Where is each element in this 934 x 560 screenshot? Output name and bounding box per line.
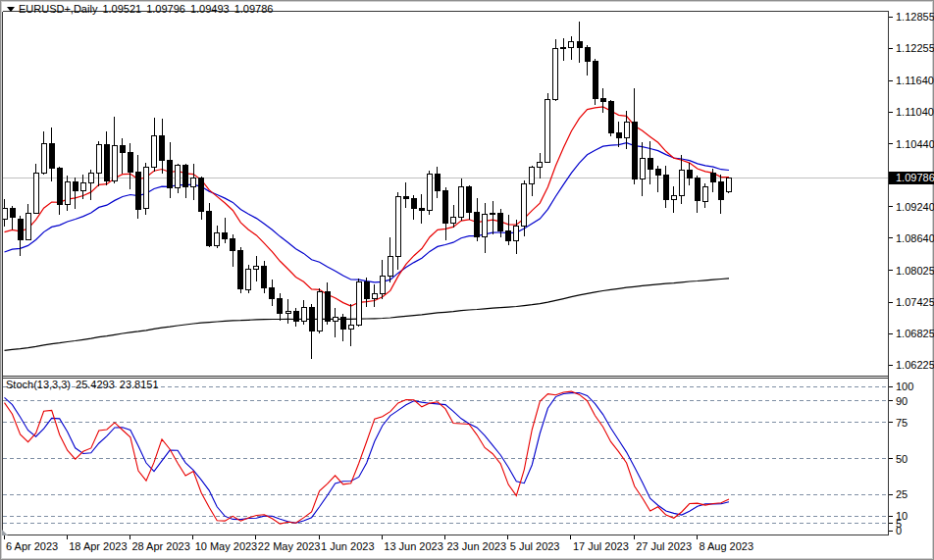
svg-text:1.08025: 1.08025	[896, 265, 934, 277]
svg-text:25: 25	[896, 488, 908, 500]
stoch-signal-line[interactable]	[5, 393, 730, 524]
svg-text:22 May 2023: 22 May 2023	[258, 540, 321, 552]
svg-text:27 Jul 2023: 27 Jul 2023	[636, 540, 692, 552]
svg-text:1 Jun 2023: 1 Jun 2023	[321, 540, 374, 552]
time-axis[interactable]: 6 Apr 202318 Apr 202328 Apr 202310 May 2…	[4, 535, 753, 552]
svg-text:100: 100	[896, 381, 913, 392]
indicator-signal-value: 23.8151	[120, 379, 159, 390]
svg-text:75: 75	[896, 417, 908, 429]
svg-text:1.10440: 1.10440	[896, 138, 934, 150]
price-axis[interactable]: 1.128551.122551.116401.110401.104401.092…	[889, 11, 934, 371]
svg-text:1.06225: 1.06225	[896, 359, 934, 371]
svg-text:23 Jun 2023: 23 Jun 2023	[447, 540, 507, 552]
pane-resize-grip-icon[interactable]	[2, 530, 8, 535]
svg-text:1.12855: 1.12855	[896, 11, 934, 23]
svg-text:5 Jul 2023: 5 Jul 2023	[510, 540, 560, 552]
ohlc-high: 1.09796	[146, 3, 185, 15]
svg-text:8 Aug 2023: 8 Aug 2023	[699, 540, 753, 552]
svg-text:90: 90	[896, 395, 908, 407]
svg-text:13 Jun 2023: 13 Jun 2023	[384, 540, 443, 552]
symbol-dropdown-icon[interactable]	[7, 7, 15, 12]
svg-text:1.07425: 1.07425	[896, 296, 934, 308]
symbol-timeframe-label: EURUSD+,Daily	[19, 3, 97, 15]
ohlc-close: 1.09786	[234, 3, 274, 15]
svg-text:10 May 2023: 10 May 2023	[195, 540, 258, 552]
current-price-badge: 1.09786	[889, 172, 934, 184]
indicator-label: Stoch(13,3,3) 25.4293 23.8151	[6, 379, 159, 390]
indicator-name: Stoch(13,3,3)	[6, 379, 71, 390]
candles-series[interactable]	[2, 22, 732, 358]
svg-text:1.11040: 1.11040	[896, 106, 934, 118]
chart-title: EURUSD+,Daily 1.09521 1.09796 1.09493 1.…	[7, 3, 273, 15]
svg-text:1.11640: 1.11640	[896, 75, 934, 86]
stoch-main-line[interactable]	[5, 391, 730, 524]
indicator-main-value: 25.4293	[76, 379, 115, 390]
svg-text:28 Apr 2023: 28 Apr 2023	[131, 540, 189, 552]
svg-text:1.12255: 1.12255	[896, 42, 934, 54]
chart-window: 1.128551.122551.116401.110401.104401.092…	[0, 0, 934, 560]
ohlc-low: 1.09493	[190, 3, 230, 15]
svg-text:17 Jul 2023: 17 Jul 2023	[573, 540, 629, 552]
svg-text:1.08640: 1.08640	[896, 232, 934, 244]
stoch-level-lines	[3, 386, 889, 524]
ohlc-open: 1.09521	[102, 3, 141, 15]
indicator-axis[interactable]: 100907550251050	[889, 381, 913, 536]
svg-text:0: 0	[896, 525, 902, 536]
svg-text:1.09240: 1.09240	[896, 201, 934, 213]
svg-text:50: 50	[896, 453, 908, 465]
chart-canvas[interactable]: 1.128551.122551.116401.110401.104401.092…	[0, 0, 934, 560]
svg-text:18 Apr 2023: 18 Apr 2023	[69, 540, 127, 552]
svg-text:6 Apr 2023: 6 Apr 2023	[6, 540, 58, 552]
svg-text:1.06825: 1.06825	[896, 328, 934, 339]
